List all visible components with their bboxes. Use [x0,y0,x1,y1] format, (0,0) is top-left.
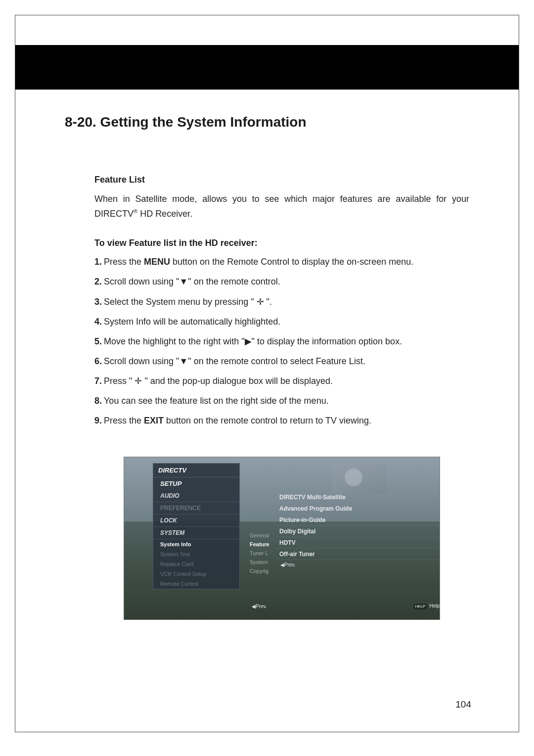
osd-tab-tuner[interactable]: Tuner L [249,549,270,558]
instructions-heading: To view Feature list in the HD receiver: [94,238,469,248]
osd-tabs: General Feature Tuner L System Copyrig [249,531,270,575]
down-arrow-icon: ▼ [179,277,188,286]
step-4: 4.System Info will be automatically high… [94,315,469,328]
osd-feature-row: DIRECTV Multi-SatelliteYes [276,492,440,503]
osd-prev-label[interactable]: ◀Prev. [280,562,296,568]
osd-prev-label[interactable]: ◀Prev. [252,604,267,609]
feature-list-description: When in Satellite mode, allows you to se… [94,192,469,221]
desc-part-b: HD Receiver. [137,209,192,219]
instruction-steps: 1.Press the MENU button on the Remote Co… [94,255,469,427]
step-9: 9.Press the EXIT button on the remote co… [94,414,469,427]
step-2: 2.Scroll down using "▼" on the remote co… [94,275,469,288]
body-indent: Feature List When in Satellite mode, all… [94,175,469,620]
step-8: 8.You can see the feature list on the ri… [94,394,469,407]
satellite-graphic [332,464,386,494]
step-5: 5.Move the highlight to the right with "… [94,335,469,348]
osd-tab-system[interactable]: System [249,558,270,567]
select-icon: ✛ [257,297,264,307]
osd-feature-row: Dolby DigitalYes [276,526,440,537]
step-6: 6.Scroll down using "▼" on the remote co… [94,355,469,368]
osd-sub-vcrcontrol[interactable]: VCR Control Setup [153,569,239,579]
osd-tab-copyrig[interactable]: Copyrig [249,567,270,575]
osd-feature-row: Advanced Program GuideYes [276,503,440,515]
step-3: 3.Select the System menu by pressing " ✛… [94,295,469,308]
osd-tab-general[interactable]: General [249,531,270,540]
header-black-bar [15,45,519,90]
down-arrow-icon: ▼ [179,356,188,366]
section-title: 8-20. Getting the System Information [65,114,469,130]
osd-sub-remotecontrol[interactable]: Remote Control [153,579,239,589]
osd-sub-systeminfo[interactable]: System Info [153,539,239,549]
step-7: 7.Press " ✛ " and the pop-up dialogue bo… [94,375,469,387]
osd-help-group[interactable]: HELPHelp [413,603,440,610]
osd-setup-label: SETUP [153,477,239,490]
feature-list-heading: Feature List [94,175,469,185]
page-number: 104 [455,699,471,710]
osd-feature-row: HDTVYes [276,537,440,549]
osd-menu-system[interactable]: SYSTEM [153,527,239,539]
step-1: 1.Press the MENU button on the Remote Co… [94,255,469,268]
osd-screenshot: DIRECTV SETUP AUDIO PREFERENCE LOCK SYST… [124,457,440,620]
osd-feature-panel: DIRECTV Multi-SatelliteYes Advanced Prog… [276,492,440,568]
registered-mark: ® [134,208,137,214]
document-page: 8-20. Getting the System Information Fea… [15,15,519,732]
osd-brand: DIRECTV [153,464,239,477]
osd-panel-footer: ◀Prev. HELPHelp [276,560,440,568]
osd-sidebar: DIRECTV SETUP AUDIO PREFERENCE LOCK SYST… [153,463,240,589]
right-arrow-icon: ▶ [245,336,252,346]
osd-outer-footer: ◀Prev. HELPHelp [252,603,440,610]
osd-feature-row: Off-air TunerYes [276,549,440,560]
osd-menu-preference[interactable]: PREFERENCE [153,502,239,515]
osd-sub-systemtest[interactable]: System Test [153,549,239,559]
osd-feature-row: Picture-in-GuideYes [276,515,440,526]
select-icon: ✛ [134,376,142,386]
osd-menu-audio[interactable]: AUDIO [153,490,239,502]
page-content: 8-20. Getting the System Information Fea… [15,90,519,620]
osd-tab-feature[interactable]: Feature [249,540,270,549]
osd-sub-replacecard[interactable]: Replace Card [153,559,239,569]
osd-menu-lock[interactable]: LOCK [153,515,239,527]
